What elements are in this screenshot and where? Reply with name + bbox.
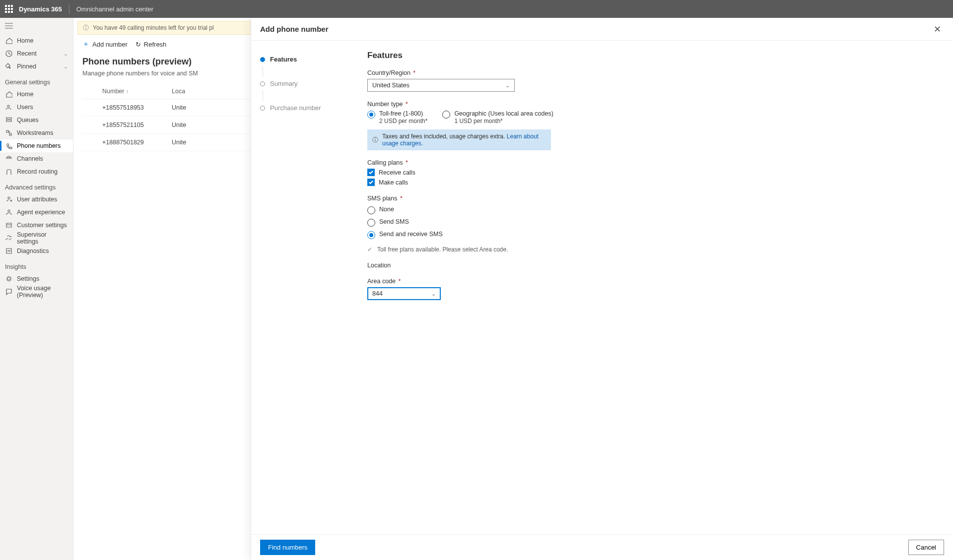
cancel-button[interactable]: Cancel [908,540,944,555]
refresh-button[interactable]: ↻ Refresh [136,41,167,48]
cell-number: +18887501829 [82,139,172,146]
panel-header: Add phone number ✕ [251,18,953,41]
nav-label: Settings [17,275,39,282]
nav-group-header: Insights [0,257,73,272]
nav-label: Agent experience [17,209,65,216]
area-code-select[interactable]: 844 ⌄ [367,287,441,300]
nav-recent[interactable]: Recent⌄ [0,47,73,60]
wizard-steps: FeaturesSummaryPurchase number [251,41,355,534]
required-marker: * [398,278,401,285]
checkbox-label: Receive calls [379,169,415,176]
nav-group-header: Advanced settings [0,178,73,193]
nav-user-attributes[interactable]: User attributes [0,193,73,206]
home-icon [5,37,13,45]
top-separator [69,4,69,13]
required-marker: * [400,195,403,202]
diag-icon [5,247,13,255]
nav-channels[interactable]: Channels [0,152,73,165]
number-type-option[interactable]: Toll-free (1-800)2 USD per month* [367,110,427,124]
plus-icon: ＋ [82,40,89,49]
cell-number: +18557518953 [82,104,172,111]
sms-plan-option[interactable]: None [367,206,941,214]
nav-label: Record routing [17,168,58,175]
radio-icon [367,111,375,119]
nav-agent-experience[interactable]: Agent experience [0,206,73,219]
number-type-option[interactable]: Geographic (Uses local area codes)1 USD … [442,110,553,124]
nav-pinned[interactable]: Pinned⌄ [0,60,73,73]
sms-plans-label: SMS plans [367,195,397,202]
calling-plans-label: Calling plans [367,159,403,166]
cell-number: +18557521105 [82,122,172,128]
step-connector [263,90,347,101]
nav-label: Pinned [17,63,36,70]
clock-icon [5,50,13,58]
nav-settings[interactable]: Settings [0,272,73,285]
add-number-button[interactable]: ＋ Add number [82,40,128,49]
left-nav: HomeRecent⌄Pinned⌄ General settingsHomeU… [0,18,73,560]
nav-label: Phone numbers [17,142,61,149]
nav-group-header: General settings [0,73,73,88]
refresh-icon: ↻ [136,41,141,48]
app-launcher-icon[interactable] [5,5,13,13]
number-type-label: Number type [367,101,403,108]
nav-record-routing[interactable]: Record routing [0,165,73,178]
nav-label: Channels [17,155,43,162]
nav-users[interactable]: Users [0,101,73,114]
chevron-down-icon: ⌄ [64,63,68,70]
gear-icon [5,275,13,283]
option-label: Geographic (Uses local area codes) [454,110,553,117]
home-icon [5,90,13,98]
step-summary[interactable]: Summary [260,77,346,90]
option-label: Send and receive SMS [379,231,443,238]
step-label: Summary [270,80,298,87]
main-content: ⓘ You have 49 calling minutes left for y… [73,18,953,560]
find-numbers-button[interactable]: Find numbers [260,540,315,555]
top-bar: Dynamics 365 Omnichannel admin center [0,0,953,18]
nav-phone-numbers[interactable]: Phone numbers [0,139,73,152]
refresh-label: Refresh [144,41,167,48]
add-number-label: Add number [92,41,128,48]
panel-close-button[interactable]: ✕ [931,21,944,38]
customer-icon [5,221,13,229]
calling-plan-checkbox[interactable]: Make calls [367,179,941,186]
step-dot-icon [260,81,265,86]
location-label: Location [367,262,941,269]
option-label: Send SMS [379,218,409,225]
app-name: Omnichannel admin center [76,5,153,13]
step-features[interactable]: Features [260,53,346,66]
nav-home[interactable]: Home [0,88,73,101]
nav-label: Users [17,104,33,111]
nav-customer-settings[interactable]: Customer settings [0,219,73,232]
nav-supervisor-settings[interactable]: Supervisor settings [0,232,73,245]
step-label: Features [270,56,297,63]
radio-icon [367,206,375,214]
sms-plan-option[interactable]: Send and receive SMS [367,231,941,239]
nav-voice-usage-preview-[interactable]: Voice usage (Preview) [0,285,73,298]
step-connector [263,66,347,77]
option-label: None [379,206,394,213]
area-code-label: Area code [367,278,396,285]
nav-diagnostics[interactable]: Diagnostics [0,245,73,257]
cell-location: Unite [172,122,241,128]
checkbox-icon [367,179,375,186]
agent-icon [5,208,13,216]
supervisor-icon [5,234,13,242]
nav-workstreams[interactable]: Workstreams [0,126,73,139]
nav-queues[interactable]: Queues [0,114,73,126]
calling-plan-checkbox[interactable]: Receive calls [367,169,941,176]
col-location[interactable]: Loca [172,88,241,95]
panel-footer: Find numbers Cancel [251,534,953,560]
nav-label: User attributes [17,196,57,203]
country-select[interactable]: United States ⌄ [367,79,515,92]
col-number[interactable]: Number [102,88,124,95]
nav-home[interactable]: Home [0,34,73,47]
sms-plan-option[interactable]: Send SMS [367,218,941,227]
nav-collapse-button[interactable] [0,21,73,34]
form-heading: Features [367,51,941,61]
nav-label: Supervisor settings [17,231,68,245]
step-purchase-number[interactable]: Purchase number [260,101,346,115]
info-icon: ⓘ [83,24,89,32]
country-value: United States [372,82,409,89]
required-marker: * [413,69,415,76]
channels-icon [5,155,13,163]
